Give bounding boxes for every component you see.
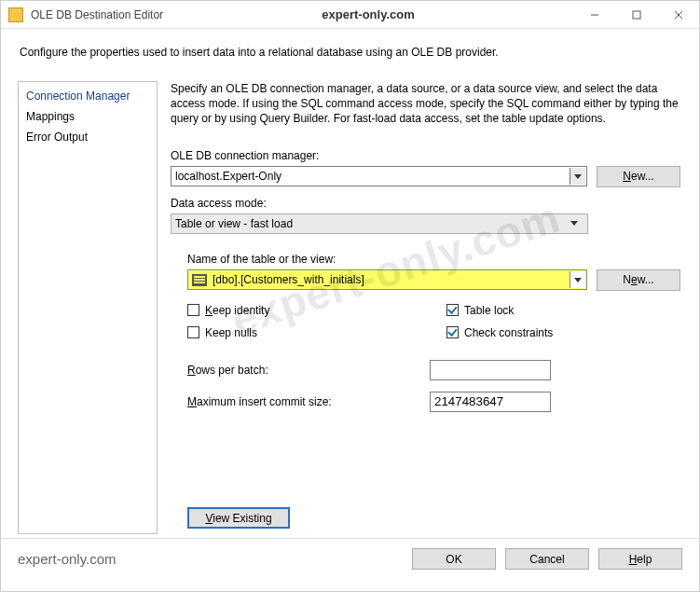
checkbox-icon	[187, 326, 199, 338]
table-name-dropdown[interactable]: [dbo].[Customers_with_initials]	[187, 269, 587, 290]
check-constraints-checkbox[interactable]: Check constraints	[446, 326, 553, 339]
window-title: OLE DB Destination Editor	[31, 8, 163, 21]
dialog-description: Configure the properties used to insert …	[1, 29, 699, 81]
titlebar: OLE DB Destination Editor expert-only.co…	[1, 1, 699, 29]
chevron-down-icon	[566, 215, 582, 232]
keep-nulls-label: Keep nulls	[205, 326, 257, 339]
table-name-label: Name of the table or the view:	[187, 253, 680, 266]
close-button[interactable]	[657, 1, 699, 29]
max-commit-size-label: Maximum insert commit size:	[187, 395, 430, 408]
svg-rect-1	[633, 11, 640, 19]
rows-per-batch-input[interactable]	[430, 360, 551, 380]
ok-button[interactable]: OK	[412, 548, 496, 570]
sidebar-item-connection-manager[interactable]: Connection Manager	[19, 86, 157, 106]
new-connection-button[interactable]: New...	[597, 166, 680, 187]
data-access-mode-label: Data access mode:	[171, 197, 680, 210]
connection-manager-dropdown[interactable]: localhost.Expert-Only	[171, 166, 587, 186]
sidebar-item-mappings[interactable]: Mappings	[19, 106, 157, 127]
keep-identity-checkbox[interactable]: Keep identity	[187, 304, 446, 317]
check-constraints-label: Check constraints	[464, 326, 553, 339]
footer-brand: expert-only.com	[18, 551, 403, 567]
help-button[interactable]: Help	[598, 548, 682, 570]
checkbox-checked-icon	[446, 304, 459, 316]
chevron-down-icon	[570, 271, 585, 288]
connection-manager-value: localhost.Expert-Only	[175, 170, 281, 183]
sidebar: Connection Manager Mappings Error Output	[18, 81, 158, 534]
intro-text: Specify an OLE DB connection manager, a …	[171, 81, 680, 127]
rows-per-batch-label: Rows per batch:	[187, 364, 430, 377]
checkbox-icon	[187, 304, 199, 316]
chevron-down-icon	[570, 168, 585, 185]
table-lock-label: Table lock	[464, 304, 514, 317]
connection-manager-label: OLE DB connection manager:	[171, 149, 680, 162]
keep-identity-label: Keep identity	[205, 304, 269, 317]
data-access-mode-value: Table or view - fast load	[175, 217, 293, 230]
table-icon	[192, 274, 207, 286]
sidebar-item-error-output[interactable]: Error Output	[19, 127, 157, 147]
checkbox-checked-icon	[446, 326, 459, 338]
table-lock-checkbox[interactable]: Table lock	[446, 304, 553, 317]
keep-nulls-checkbox[interactable]: Keep nulls	[187, 326, 446, 339]
footer: expert-only.com OK Cancel Help	[1, 538, 699, 581]
view-existing-button[interactable]: View Existing	[187, 507, 290, 529]
cancel-button[interactable]: Cancel	[505, 548, 589, 570]
main-panel: Specify an OLE DB connection manager, a …	[165, 81, 682, 534]
app-icon	[8, 7, 23, 22]
titlebar-center-text: expert-only.com	[163, 7, 573, 21]
max-commit-size-input[interactable]	[430, 392, 551, 412]
data-access-mode-dropdown[interactable]: Table or view - fast load	[171, 213, 588, 234]
maximize-button[interactable]	[615, 1, 657, 29]
table-name-value: [dbo].[Customers_with_initials]	[213, 273, 364, 286]
new-table-button[interactable]: New...	[597, 269, 680, 291]
minimize-button[interactable]	[573, 1, 615, 29]
